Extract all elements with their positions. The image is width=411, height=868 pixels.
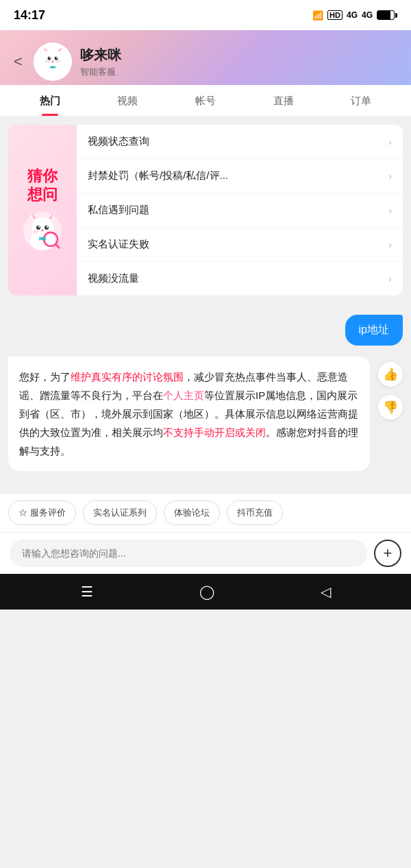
quick-reply-0[interactable]: ☆ 服务评价 bbox=[8, 501, 76, 525]
faq-item-4[interactable]: 视频没流量 › bbox=[77, 262, 403, 296]
svg-point-24 bbox=[45, 226, 49, 230]
svg-point-23 bbox=[36, 226, 40, 230]
header-info: 哆来咪 智能客服 bbox=[80, 46, 400, 78]
status-bar: 14:17 📶 HD 4G 4G bbox=[0, 0, 411, 30]
bot-text-part-5: 不支持手动开启或关闭 bbox=[163, 426, 266, 438]
status-icons: 📶 HD 4G 4G bbox=[312, 10, 397, 21]
chat-area: ip地址 您好，为了维护真实有序的讨论氛围，减少冒充热点事件当事人、恶意造谣、蹭… bbox=[0, 304, 411, 493]
thumbs-up-button[interactable]: 👍 bbox=[378, 362, 403, 387]
tab-live[interactable]: 直播 bbox=[245, 85, 323, 116]
faq-item-text-3: 实名认证失败 bbox=[88, 238, 388, 251]
svg-point-18 bbox=[32, 217, 53, 239]
tab-order[interactable]: 订单 bbox=[322, 85, 400, 116]
svg-point-6 bbox=[47, 57, 51, 60]
avatar bbox=[34, 43, 72, 81]
faq-item-2[interactable]: 私信遇到问题 › bbox=[77, 193, 403, 228]
status-time: 14:17 bbox=[14, 8, 45, 23]
thumbs-down-button[interactable]: 👎 bbox=[378, 395, 403, 420]
header: < bbox=[0, 30, 411, 85]
quick-replies: ☆ 服务评价 实名认证系列 体验论坛 抖币充值 bbox=[0, 493, 411, 532]
chevron-icon-0: › bbox=[388, 136, 392, 147]
tab-hot[interactable]: 热门 bbox=[11, 85, 89, 116]
bot-text-part-1: 维护真实有序的讨论氛围 bbox=[71, 371, 184, 383]
faq-item-3[interactable]: 实名认证失败 › bbox=[77, 228, 403, 262]
svg-point-15 bbox=[51, 66, 54, 69]
tab-navigation: 热门 视频 帐号 直播 订单 bbox=[0, 85, 411, 117]
quick-reply-2[interactable]: 体验论坛 bbox=[164, 501, 220, 525]
chevron-icon-1: › bbox=[388, 171, 392, 182]
faq-item-0[interactable]: 视频状态查询 › bbox=[77, 125, 403, 159]
faq-item-text-4: 视频没流量 bbox=[88, 272, 388, 285]
svg-point-32 bbox=[41, 237, 45, 240]
faq-items-list: 视频状态查询 › 封禁处罚（帐号/投稿/私信/评... › 私信遇到问题 › 实… bbox=[77, 125, 403, 296]
bot-message-content: 您好，为了维护真实有序的讨论氛围，减少冒充热点事件当事人、恶意造谣、蹭流量等不良… bbox=[8, 357, 370, 471]
svg-point-1 bbox=[43, 49, 62, 69]
feedback-icons: 👍 👎 bbox=[378, 357, 403, 420]
svg-line-31 bbox=[55, 244, 60, 248]
svg-point-7 bbox=[54, 57, 58, 60]
faq-item-1[interactable]: 封禁处罚（帐号/投稿/私信/评... › bbox=[77, 159, 403, 193]
svg-point-27 bbox=[41, 229, 44, 231]
hd-badge: HD bbox=[327, 10, 342, 20]
quick-reply-1[interactable]: 实名认证系列 bbox=[83, 501, 157, 525]
svg-point-26 bbox=[47, 226, 48, 228]
bot-name: 哆来咪 bbox=[80, 46, 400, 64]
svg-point-9 bbox=[56, 57, 58, 58]
wifi-icon: 📶 bbox=[312, 10, 323, 21]
tab-video[interactable]: 视频 bbox=[89, 85, 167, 116]
user-bubble: ip地址 bbox=[345, 315, 403, 346]
faq-item-text-1: 封禁处罚（帐号/投稿/私信/评... bbox=[88, 169, 388, 182]
svg-point-25 bbox=[38, 226, 40, 228]
faq-card: 猜你想问 bbox=[8, 125, 403, 296]
signal1-icon: 4G bbox=[347, 10, 358, 20]
nav-bar: ☰ ◯ ◁ bbox=[0, 574, 411, 610]
chevron-icon-4: › bbox=[388, 274, 392, 285]
chevron-icon-2: › bbox=[388, 205, 392, 216]
tab-account[interactable]: 帐号 bbox=[166, 85, 245, 116]
signal2-icon: 4G bbox=[362, 10, 373, 20]
input-bar: + bbox=[0, 532, 411, 574]
bot-text-part-3: 个人主页 bbox=[163, 389, 204, 401]
svg-point-28 bbox=[33, 230, 38, 233]
chevron-icon-3: › bbox=[388, 239, 392, 250]
quick-reply-3[interactable]: 抖币充值 bbox=[227, 501, 283, 525]
faq-cat-illustration bbox=[21, 209, 64, 253]
add-button[interactable]: + bbox=[374, 540, 401, 567]
back-icon: ◁ bbox=[321, 583, 331, 600]
faq-item-text-0: 视频状态查询 bbox=[88, 135, 388, 148]
bot-subtitle: 智能客服 bbox=[80, 66, 400, 78]
faq-left-panel: 猜你想问 bbox=[8, 125, 77, 296]
menu-icon: ☰ bbox=[81, 583, 93, 600]
faq-item-text-2: 私信遇到问题 bbox=[88, 204, 388, 217]
back-button[interactable]: < bbox=[11, 50, 25, 73]
bot-text-part-0: 您好，为了 bbox=[19, 371, 71, 383]
home-icon: ◯ bbox=[199, 583, 214, 600]
battery-icon bbox=[377, 10, 397, 20]
faq-label: 猜你想问 bbox=[27, 167, 58, 204]
svg-point-10 bbox=[51, 60, 53, 62]
svg-point-8 bbox=[49, 57, 51, 58]
user-message-wrap: ip地址 bbox=[8, 315, 403, 346]
bot-avatar-image bbox=[35, 44, 71, 80]
bot-message-wrap: 您好，为了维护真实有序的讨论氛围，减少冒充热点事件当事人、恶意造谣、蹭流量等不良… bbox=[8, 357, 403, 471]
chat-input[interactable] bbox=[10, 540, 367, 567]
